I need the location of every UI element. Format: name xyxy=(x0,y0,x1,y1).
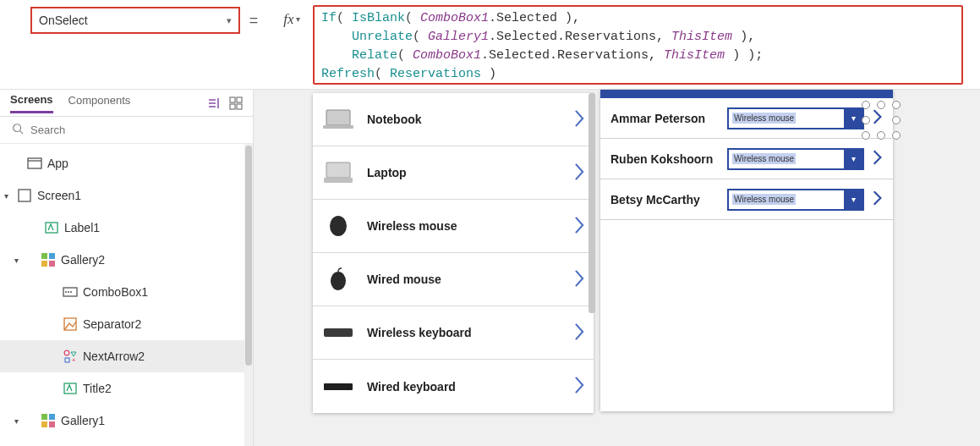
tree-label: ComboBox1 xyxy=(83,285,148,299)
formula-bar[interactable]: If( IsBlank( ComboBox1.Selected ), Unrel… xyxy=(313,5,963,85)
product-label: Wired keyboard xyxy=(367,380,562,394)
separator-icon xyxy=(63,317,78,332)
next-arrow-icon[interactable] xyxy=(574,216,585,237)
product-row[interactable]: Laptop xyxy=(313,146,594,200)
screen-icon xyxy=(17,188,32,203)
svg-point-8 xyxy=(14,124,21,132)
laptop-thin-icon xyxy=(321,106,355,133)
grid-view-icon[interactable] xyxy=(229,96,243,110)
svg-rect-32 xyxy=(326,110,350,125)
tree-node-screen1[interactable]: ▾ Screen1 xyxy=(0,179,253,212)
keyboard-dark-icon xyxy=(321,373,355,400)
search-icon xyxy=(12,123,24,137)
tree-label: App xyxy=(47,157,68,170)
chevron-down-icon: ▾ xyxy=(844,190,862,209)
tree-node-gallery2[interactable]: ▾ Gallery2 xyxy=(0,244,253,276)
tree-node-nextarrow2[interactable]: + NextArrow2 xyxy=(0,340,253,372)
collapse-icon[interactable]: ▾ xyxy=(10,416,22,426)
tree-label: Gallery1 xyxy=(61,414,105,427)
tree-node-separator1[interactable]: Separator1 xyxy=(0,437,253,446)
chevron-down-icon: ▾ xyxy=(844,150,862,168)
product-row[interactable]: Wireless keyboard xyxy=(313,306,594,360)
search-input[interactable] xyxy=(30,124,241,136)
svg-rect-15 xyxy=(49,253,55,259)
next-arrow-icon[interactable] xyxy=(873,108,883,128)
next-arrow-icon[interactable] xyxy=(574,322,585,344)
next-arrow-icon[interactable] xyxy=(873,190,883,209)
gallery-icon xyxy=(41,413,56,428)
next-arrow-icon[interactable] xyxy=(574,162,585,184)
svg-line-9 xyxy=(20,131,24,135)
svg-rect-30 xyxy=(49,421,55,427)
tab-screens[interactable]: Screens xyxy=(10,93,53,113)
chevron-down-icon: ▾ xyxy=(296,14,300,24)
person-name: Betsy McCarthy xyxy=(610,193,719,206)
combobox-value: Wireless mouse xyxy=(729,190,844,209)
svg-point-37 xyxy=(331,272,346,290)
tree-node-gallery1[interactable]: ▾ Gallery1 xyxy=(0,405,253,437)
next-arrow-icon[interactable] xyxy=(574,109,585,130)
property-dropdown-value: OnSelect xyxy=(39,14,88,27)
reservation-row[interactable]: Ruben Kokshoorn Wireless mouse ▾ xyxy=(600,139,893,179)
svg-rect-14 xyxy=(41,253,47,259)
tree-label: Title2 xyxy=(83,382,112,395)
svg-rect-39 xyxy=(324,383,353,390)
property-dropdown[interactable]: OnSelect ▾ xyxy=(30,7,240,34)
svg-rect-6 xyxy=(230,104,235,109)
tree-node-separator2[interactable]: Separator2 xyxy=(0,308,253,340)
person-name: Ammar Peterson xyxy=(610,112,719,125)
reservation-row[interactable]: Betsy McCarthy Wireless mouse ▾ xyxy=(600,179,893,220)
design-canvas[interactable]: Notebook Laptop Wireless mouse Wired mou… xyxy=(254,90,980,446)
tree-label: NextArrow2 xyxy=(83,350,145,363)
collapse-icon[interactable]: ▾ xyxy=(0,191,12,201)
reservation-row[interactable]: Ammar Peterson Wireless mouse ▾ xyxy=(600,98,893,139)
equals-label: = xyxy=(237,0,271,89)
product-row[interactable]: Notebook xyxy=(313,93,594,146)
next-arrow-icon[interactable] xyxy=(574,269,585,290)
product-row[interactable]: Wireless mouse xyxy=(313,200,594,253)
mouse-wired-icon xyxy=(321,266,355,293)
tab-components[interactable]: Components xyxy=(68,94,131,112)
next-arrow-icon[interactable] xyxy=(574,376,585,397)
label-icon xyxy=(63,381,78,396)
svg-rect-12 xyxy=(19,190,30,201)
svg-rect-26 xyxy=(64,383,76,394)
fx-icon: fx xyxy=(283,11,293,28)
svg-rect-17 xyxy=(49,261,55,267)
product-combobox[interactable]: Wireless mouse ▾ xyxy=(727,148,864,170)
svg-point-36 xyxy=(330,216,347,236)
next-arrow-icon[interactable] xyxy=(873,149,883,168)
svg-rect-5 xyxy=(237,97,242,102)
product-combobox[interactable]: Wireless mouse ▾ xyxy=(727,107,864,129)
chevron-down-icon: ▾ xyxy=(227,15,232,26)
fx-button[interactable]: fx ▾ xyxy=(271,0,313,89)
tree-label: Gallery2 xyxy=(61,253,105,267)
tree-label: Separator2 xyxy=(83,317,141,331)
svg-rect-29 xyxy=(41,421,47,427)
keyboard-icon xyxy=(321,319,355,346)
list-view-icon[interactable] xyxy=(207,96,221,110)
product-combobox[interactable]: Wireless mouse ▾ xyxy=(727,189,864,211)
reservations-gallery[interactable]: Ammar Peterson Wireless mouse ▾ Ruben Ko… xyxy=(600,90,893,411)
tree-node-app[interactable]: App xyxy=(0,147,253,179)
products-gallery[interactable]: Notebook Laptop Wireless mouse Wired mou… xyxy=(313,93,594,413)
person-name: Ruben Kokshoorn xyxy=(610,152,719,166)
product-row[interactable]: Wired keyboard xyxy=(313,360,594,413)
gallery-scrollbar[interactable] xyxy=(589,93,595,410)
combobox-icon xyxy=(63,284,78,300)
tree-node-label1[interactable]: Label1 xyxy=(0,212,253,244)
svg-rect-27 xyxy=(41,414,47,420)
combobox-value: Wireless mouse xyxy=(729,109,844,128)
laptop-thick-icon xyxy=(321,159,355,186)
tree-scrollbar[interactable] xyxy=(244,144,253,446)
tree-node-combobox1[interactable]: ComboBox1 xyxy=(0,276,253,308)
combobox-value: Wireless mouse xyxy=(729,150,844,168)
tree-node-title2[interactable]: Title2 xyxy=(0,372,253,405)
tree-label: Screen1 xyxy=(37,189,81,202)
collapse-icon[interactable]: ▾ xyxy=(10,256,22,265)
product-row[interactable]: Wired mouse xyxy=(313,253,594,306)
svg-rect-38 xyxy=(324,328,353,337)
product-label: Laptop xyxy=(367,166,562,179)
product-label: Notebook xyxy=(367,113,562,126)
tree-label: Label1 xyxy=(64,221,100,234)
